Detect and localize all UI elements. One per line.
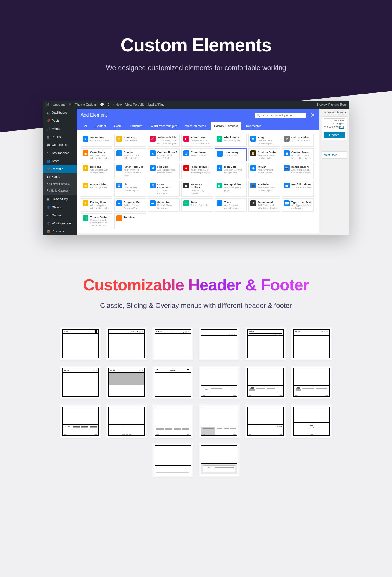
modal-tab-wordpress-widgets[interactable]: WordPress Widgets (147, 122, 181, 130)
element-flip-box[interactable]: ⇄Flip BoxAdd Flip Box with multiple styl… (148, 163, 180, 179)
element-icon: ≣ (250, 136, 256, 142)
edit-link[interactable]: Edit (339, 126, 344, 129)
menu-icon: 💬 (46, 143, 49, 146)
wp-menu-pages[interactable]: ▤Pages (43, 133, 77, 141)
element-loan-calculator[interactable]: ₹Loan CalculatorAdd Loan Calculator. (148, 181, 180, 197)
modal-tab-woocommerce[interactable]: WooCommerce (182, 122, 209, 130)
wp-site-name[interactable]: Unbound (53, 103, 66, 106)
element-blog[interactable]: ≣BlogAdd Blog with multiple styles. (248, 134, 280, 147)
wp-menu-products[interactable]: 📦Products (43, 227, 77, 235)
element-masonry-gallery[interactable]: ▦Masonry GalleryAdd Masonry Gallery. (181, 181, 213, 197)
element-case-study[interactable]: ▣Case StudyAdd Case Study with multiple … (81, 148, 112, 161)
modal-search-input[interactable]: 🔍 Search element by name (255, 113, 306, 118)
layout-h5: LOGO· ·· · · · ·⚲ 🛒 ≡ (245, 327, 286, 360)
element-progress-bar[interactable]: ━Progress BarRadiant Theme Progress Bar (114, 198, 146, 211)
element-tabs[interactable]: ▭TabsTabbed Content (181, 198, 213, 211)
element-separator[interactable]: —SeparatorRadiant Theme Separator (148, 198, 180, 211)
element-icon: 💼 (250, 183, 256, 188)
element-accordion[interactable]: ≡AccordionAccordion Content (81, 134, 112, 147)
element-highlight-box[interactable]: ■Highlight BoxAdd Highlight Box with mul… (181, 163, 213, 179)
element-icon: ▭ (183, 200, 189, 206)
element-team[interactable]: 👤TeamAdd Team with multiple styles. (215, 198, 247, 211)
element-animated-link[interactable]: 🔗Animated LinkAdd Animated Link with mul… (148, 134, 180, 147)
element-icon: $ (83, 200, 88, 206)
preview-changes-button[interactable]: Preview Changes (324, 118, 345, 126)
wp-menu-team[interactable]: 👥Team (43, 157, 77, 165)
element-icon-box[interactable]: ★Icon BoxAdd Icon Box with multiple styl… (215, 163, 247, 179)
element-popup-video[interactable]: ▶Popup VideoAdd video popup player. (215, 181, 247, 197)
menu-icon: 👤 (46, 206, 49, 209)
update-button[interactable]: Update (324, 132, 345, 138)
wp-submenu-item[interactable]: All Portfolio (43, 174, 77, 181)
wp-new[interactable]: + New (113, 103, 122, 106)
element-icon: ◀▶ (284, 183, 290, 188)
element-icon: ❝ (250, 200, 256, 206)
wp-menu-clients[interactable]: 👤Clients (43, 203, 77, 211)
wp-view-portfolio[interactable]: View Portfolio (125, 103, 144, 106)
modal-tab-content[interactable]: Content (92, 122, 110, 130)
element-call-to-action[interactable]: ☞Call To ActionAdd Call To Action (282, 134, 314, 147)
wp-howdy[interactable]: Howdy, Richard Roe (317, 103, 346, 106)
wp-menu-woocommerce[interactable]: 🛒WooCommerce (43, 219, 77, 227)
element-contact-form-7[interactable]: ✉Contact Form 7Radiant Contact Form 7 St… (148, 148, 180, 161)
element-dropcap[interactable]: ADropcapAdd Dropcap with multiple styles… (81, 163, 112, 179)
element-pricing-item[interactable]: $Pricing ItemAdd pricing item with multi… (81, 198, 112, 211)
element-icon: 👥 (116, 150, 122, 156)
element-icon: ▶ (217, 183, 222, 188)
element-alert-box[interactable]: ⚠Alert BoxAdd alert box (114, 134, 146, 147)
wp-updraft[interactable]: UpdraftPlus (148, 103, 164, 106)
layout-h1: LOGO (60, 327, 101, 360)
wp-menu-posts[interactable]: 📌Posts (43, 117, 77, 125)
element-icon: A (83, 165, 88, 171)
wp-menu-media[interactable]: 🎵Media (43, 125, 77, 133)
element-image-slider[interactable]: ▭Image SliderAdd Image Slider. (81, 181, 112, 197)
element-icon: ★ (217, 165, 222, 171)
element-counterup[interactable]: ↑CounterUpAdd Counterup (215, 148, 247, 161)
menu-icon: 📌 (46, 119, 49, 122)
element-ihover[interactable]: ◉ihoverAdd ihover with multiple styles. (248, 163, 280, 179)
wp-submenu-item[interactable]: Add New Portfolio (43, 181, 77, 187)
element-icon: — (150, 200, 156, 206)
element-portfolio-slider[interactable]: ◀▶Portfolio SliderAdd Portfolio Slider. (282, 181, 314, 197)
element-list[interactable]: ☲ListAdd List with multiple styles. (114, 181, 146, 197)
element-fancy-text-box[interactable]: TFancy Text BoxAdd Fancy Text Box with m… (114, 163, 146, 179)
element-countdown[interactable]: ⏱CountdownAdd Countdown (181, 148, 213, 161)
wp-customize-icon[interactable]: ✎ (69, 103, 72, 107)
modal-tab-radiant-elements[interactable]: Radiant Elements (211, 122, 241, 130)
close-icon[interactable]: ✕ (310, 112, 315, 118)
element-icon: 🔗 (150, 136, 156, 142)
wp-menu-dashboard[interactable]: ◈Dashboard (43, 109, 77, 117)
element-theme-button[interactable]: BTheme ButtonCompatible with Color Schem… (81, 213, 112, 229)
wp-comments-icon[interactable]: 💬 (100, 103, 104, 107)
wp-menu-portfolio[interactable]: 💼Portfolio (43, 165, 77, 173)
element-portfolio[interactable]: 💼PortfolioAdd Portfolio with multiple st… (248, 181, 280, 197)
modal-tab-deprecated[interactable]: Deprecated (242, 122, 265, 130)
wp-logo-icon[interactable]: ⓦ (46, 103, 49, 107)
modal-tab-all[interactable]: All (81, 122, 91, 130)
element-timeline[interactable]: ⋮Timeline (114, 213, 146, 229)
wp-menu-comments[interactable]: 💬Comments (43, 141, 77, 149)
modal-tab-structure[interactable]: Structure (127, 122, 146, 130)
layout-f2: LOGO (245, 366, 286, 399)
wp-submenu-item[interactable]: Portfolio Category (43, 187, 77, 194)
element-clients[interactable]: 👥ClientsAdd Clients with different style… (114, 148, 146, 161)
wp-menu-testimonials[interactable]: ❝Testimonials (43, 149, 77, 157)
element-image-gallery[interactable]: 📷Image GalleryAdd Image Gallery with mul… (282, 163, 314, 179)
wp-theme-options[interactable]: Theme Options (75, 103, 97, 106)
menu-icon: ▤ (46, 135, 49, 138)
element-before-after[interactable]: ◧Before-AfterAdd Before-After comparison… (181, 134, 213, 147)
element-custom-menu[interactable]: ☰Custom MenuAdd Custom Menu with multipl… (282, 148, 314, 161)
layout-f8: LOGO (245, 404, 286, 438)
modal-tabs: AllContentSocialStructureWordPress Widge… (77, 122, 319, 130)
menu-icon: 💼 (46, 167, 49, 170)
menu-icon: 🎵 (46, 127, 49, 130)
element-icon: ━ (116, 200, 122, 206)
element-custom-button[interactable]: BCustom ButtonAdd Button with multiple s… (248, 148, 280, 161)
modal-tab-social[interactable]: Social (110, 122, 126, 130)
wp-menu-case-study[interactable]: ▣Case Study (43, 195, 77, 203)
screen-options[interactable]: Screen Options ▼ (322, 111, 347, 114)
element-blockquote[interactable]: ❝BlockquoteAdd Blockquote (215, 134, 247, 147)
wp-menu-contact[interactable]: ✉Contact (43, 211, 77, 219)
element-testimonial[interactable]: ❝TestimonialAdd Testimonial with differe… (248, 198, 280, 211)
element-typewriter-text[interactable]: ⌨Typewriter TextAdd Typewriter Text on t… (282, 198, 314, 211)
